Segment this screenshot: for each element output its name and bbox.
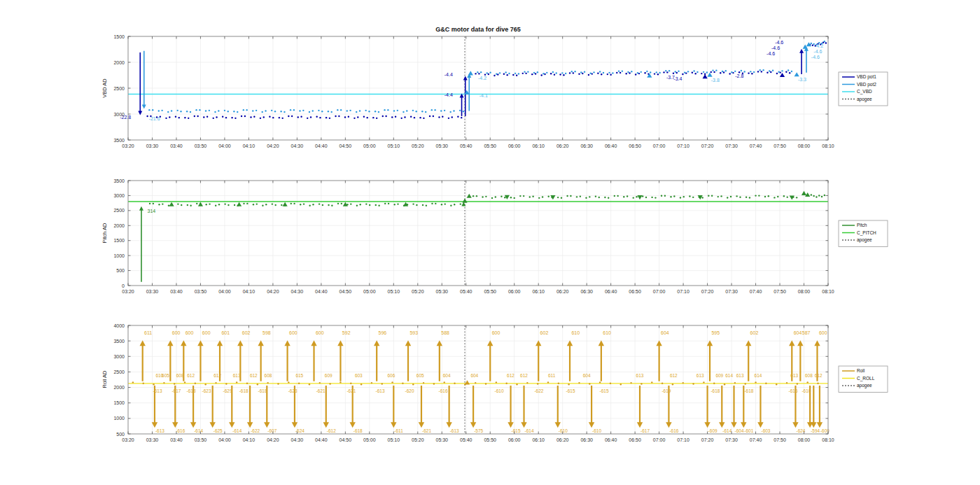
svg-text:604: 604 [443, 373, 451, 378]
svg-text:-3.8: -3.8 [711, 78, 720, 83]
legend-item-label: apogee [857, 97, 872, 102]
x-tick-label: 05:40 [460, 289, 472, 294]
x-tick-label: 04:00 [218, 437, 231, 442]
vbd-legend: VBD pot1VBD pot2C_VBDapogee [839, 72, 888, 106]
x-tick-label: 05:30 [436, 437, 449, 442]
svg-text:600: 600 [202, 330, 211, 335]
svg-text:600: 600 [492, 330, 500, 335]
svg-text:603: 603 [355, 373, 363, 378]
x-tick-label: 03:40 [170, 289, 183, 294]
svg-text:-618: -618 [744, 388, 753, 393]
svg-text:613: 613 [233, 373, 241, 378]
x-tick-label: 05:20 [412, 437, 424, 442]
svg-text:-603: -603 [761, 428, 770, 433]
svg-text:-621: -621 [422, 428, 431, 433]
svg-text:611: 611 [144, 330, 152, 335]
vbd-chart: -22.8-21.6-4.4-4.4-4.2-4.1-3.7-3.4-3.8-2… [113, 34, 888, 148]
x-tick-label: 06:20 [556, 437, 569, 442]
matlab-figure: G&C motor data for dive 765 VBD AD Pitch… [0, 0, 980, 485]
y-tick-label: 3500 [113, 138, 125, 143]
svg-text:-613: -613 [155, 428, 164, 433]
x-tick-label: 07:00 [653, 289, 666, 294]
svg-text:605: 605 [162, 373, 169, 378]
svg-text:612: 612 [670, 373, 678, 378]
svg-text:608: 608 [265, 373, 272, 378]
x-tick-label: 03:20 [122, 437, 134, 442]
x-tick-label: 07:50 [774, 143, 786, 148]
svg-text:604: 604 [794, 330, 802, 335]
x-tick-label: 07:40 [750, 437, 762, 442]
svg-text:604: 604 [470, 373, 478, 378]
x-tick-label: 03:30 [146, 289, 159, 294]
svg-text:613: 613 [636, 373, 644, 378]
svg-text:-614: -614 [232, 428, 241, 433]
x-tick-label: 05:50 [484, 437, 496, 442]
svg-text:608: 608 [176, 373, 184, 378]
x-tick-label: 06:50 [629, 143, 641, 148]
legend-item-label: Roll [857, 368, 865, 373]
x-tick-label: 07:20 [701, 437, 714, 442]
svg-text:-614: -614 [722, 428, 732, 433]
x-tick-label: 08:10 [822, 143, 834, 148]
x-tick-label: 04:40 [315, 143, 328, 148]
svg-text:-610: -610 [802, 388, 811, 393]
svg-text:605: 605 [416, 373, 424, 378]
legend-item-label: Pitch [857, 223, 867, 227]
x-tick-label: 03:40 [170, 143, 183, 148]
x-tick-label: 07:00 [653, 437, 666, 442]
svg-text:609: 609 [715, 373, 723, 378]
svg-text:612: 612 [520, 373, 528, 378]
svg-text:600: 600 [172, 330, 181, 335]
x-tick-label: 06:40 [605, 437, 617, 442]
svg-text:-4.6: -4.6 [775, 40, 783, 45]
svg-text:600: 600 [289, 330, 298, 335]
svg-text:608: 608 [805, 373, 813, 378]
x-tick-label: 08:00 [798, 289, 811, 294]
x-tick-label: 04:20 [267, 437, 279, 442]
svg-text:-615: -615 [599, 388, 608, 393]
x-tick-label: 05:20 [412, 289, 424, 294]
svg-text:-623: -623 [202, 388, 211, 393]
svg-text:-3.4: -3.4 [673, 76, 682, 81]
svg-text:-616: -616 [176, 428, 185, 433]
x-tick-label: 07:30 [725, 289, 738, 294]
svg-text:614: 614 [725, 373, 733, 378]
svg-text:-618: -618 [186, 388, 195, 393]
svg-text:612: 612 [250, 373, 258, 378]
x-tick-label: 07:20 [701, 289, 714, 294]
svg-text:612: 612 [507, 373, 514, 378]
x-tick-label: 06:10 [532, 437, 545, 442]
svg-text:-616: -616 [669, 428, 678, 433]
x-tick-label: 08:10 [822, 289, 834, 294]
x-tick-label: 06:00 [508, 143, 521, 148]
x-tick-label: 03:20 [122, 143, 134, 148]
pitch-legend: PitchC_PITCHapogee [839, 220, 888, 247]
x-tick-label: 06:10 [532, 143, 545, 148]
svg-text:-3.3: -3.3 [798, 77, 806, 82]
x-tick-label: 06:50 [629, 437, 641, 442]
y-tick-label: 1500 [113, 400, 125, 405]
x-tick-label: 04:00 [218, 289, 231, 294]
svg-text:-613: -613 [375, 388, 384, 393]
svg-text:-610: -610 [559, 428, 568, 433]
x-tick-label: 05:00 [363, 143, 376, 148]
svg-text:613: 613 [736, 373, 744, 378]
x-tick-label: 05:10 [388, 289, 400, 294]
svg-text:-4.4: -4.4 [444, 72, 453, 77]
svg-text:-618: -618 [239, 388, 248, 393]
x-tick-label: 04:20 [267, 289, 279, 294]
x-tick-label: 08:00 [798, 143, 811, 148]
x-tick-label: 03:40 [170, 437, 183, 442]
x-tick-label: 04:10 [243, 437, 255, 442]
x-tick-label: 07:20 [701, 143, 714, 148]
svg-text:-610: -610 [494, 388, 503, 393]
svg-text:-615: -615 [566, 388, 575, 393]
x-tick-label: 07:10 [677, 143, 690, 148]
x-tick-label: 04:30 [291, 289, 304, 294]
x-tick-label: 03:50 [195, 289, 207, 294]
svg-text:593: 593 [410, 330, 418, 335]
svg-text:-4.2: -4.2 [478, 76, 486, 80]
x-tick-label: 04:40 [315, 289, 328, 294]
x-tick-label: 05:50 [484, 143, 496, 148]
x-tick-label: 08:00 [798, 437, 811, 442]
